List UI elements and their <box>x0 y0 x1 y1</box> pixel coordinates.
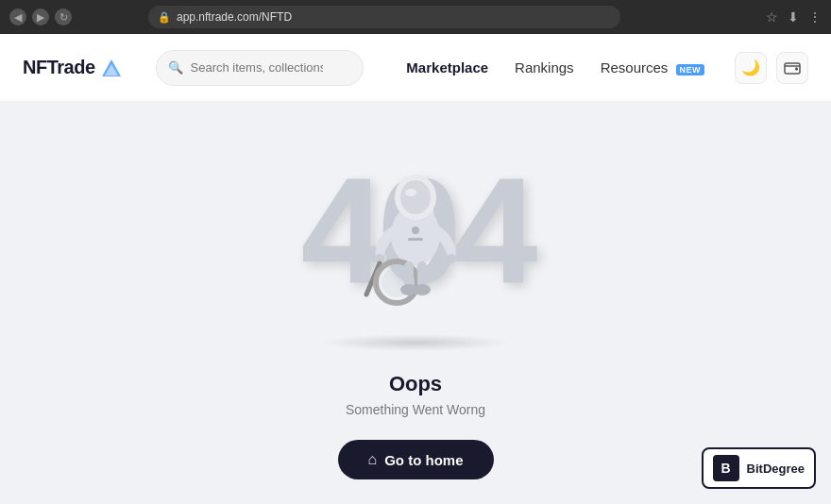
wallet-icon <box>784 59 801 76</box>
astronaut-svg <box>359 136 472 325</box>
header-icons: 🌙 <box>735 52 808 84</box>
logo-text: NFTrade <box>23 57 95 78</box>
dark-mode-button[interactable]: 🌙 <box>735 52 767 84</box>
main-content: 404 <box>0 102 831 504</box>
wallet-button[interactable] <box>776 52 808 84</box>
bitdegree-logo: B <box>713 455 739 481</box>
browser-back-button[interactable]: ◀ <box>9 8 26 25</box>
new-badge: NEW <box>676 64 705 76</box>
astronaut-figure <box>359 136 472 328</box>
error-subtitle: Something Went Worng <box>346 402 485 417</box>
svg-point-7 <box>405 189 416 196</box>
go-home-button[interactable]: ⌂ Go to home <box>338 440 494 479</box>
bookmark-icon[interactable]: ☆ <box>766 9 778 25</box>
shadow-ellipse <box>321 334 510 351</box>
svg-rect-18 <box>408 238 423 241</box>
error-title: Oops <box>389 372 442 396</box>
browser-refresh-button[interactable]: ↻ <box>55 8 72 25</box>
lock-icon: 🔒 <box>158 11 171 24</box>
nav-item-rankings[interactable]: Rankings <box>515 59 574 76</box>
nav-item-resources[interactable]: Resources NEW <box>601 59 704 76</box>
bitdegree-badge[interactable]: B BitDegree <box>702 447 816 489</box>
app-header: NFTrade 🔍 Marketplace Rankings Resources… <box>0 34 831 102</box>
nav-item-marketplace[interactable]: Marketplace <box>406 59 488 76</box>
search-bar[interactable]: 🔍 <box>156 50 364 86</box>
url-text: app.nftrade.com/NFTD <box>177 10 292 24</box>
error-illustration: 404 <box>236 126 595 353</box>
svg-point-12 <box>447 254 456 263</box>
logo-area[interactable]: NFTrade <box>23 57 122 78</box>
browser-forward-button[interactable]: ▶ <box>32 8 49 25</box>
browser-chrome: ◀ ▶ ↻ 🔒 app.nftrade.com/NFTD ☆ ⬇ ⋮ <box>0 0 831 34</box>
browser-nav-controls: ◀ ▶ ↻ <box>9 8 72 25</box>
svg-point-16 <box>414 284 431 295</box>
download-icon[interactable]: ⬇ <box>788 9 799 25</box>
home-icon: ⌂ <box>368 451 378 468</box>
logo-icon <box>101 58 122 78</box>
svg-rect-3 <box>795 67 798 70</box>
svg-point-17 <box>412 227 419 234</box>
browser-action-buttons: ☆ ⬇ ⋮ <box>766 9 822 25</box>
svg-point-6 <box>400 180 431 214</box>
search-icon: 🔍 <box>168 60 183 75</box>
search-input[interactable] <box>191 60 323 75</box>
menu-icon[interactable]: ⋮ <box>808 9 822 25</box>
go-home-label: Go to home <box>384 452 463 468</box>
bitdegree-text: BitDegree <box>747 462 805 476</box>
main-nav: Marketplace Rankings Resources NEW <box>406 59 704 76</box>
address-bar[interactable]: 🔒 app.nftrade.com/NFTD <box>148 6 620 28</box>
